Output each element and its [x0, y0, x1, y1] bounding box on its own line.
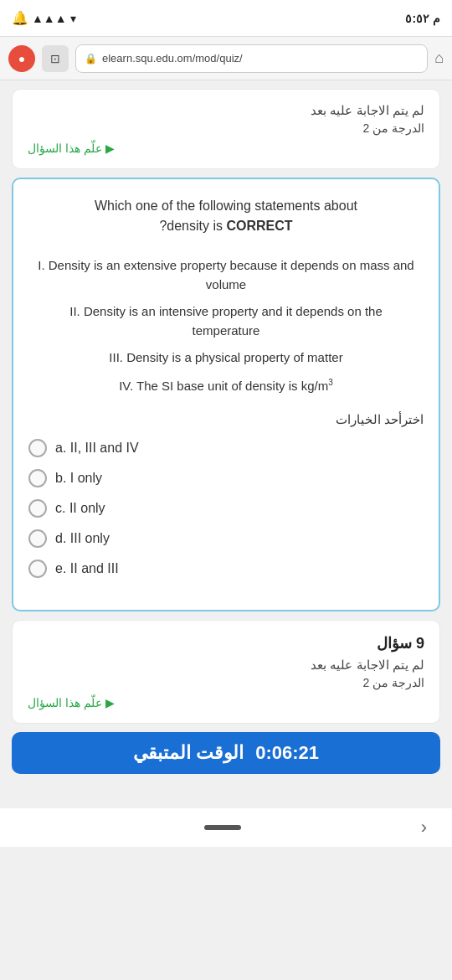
statement-3-text: III. Density is a physical property of m… [109, 350, 342, 364]
grade-text: الدرجة من 2 [28, 121, 424, 135]
option-c-row: c. II only [28, 499, 424, 518]
question-text: Which one of the following statements ab… [28, 196, 424, 236]
option-b-radio[interactable] [28, 469, 47, 487]
tab-icon: ⊡ [50, 52, 60, 65]
next-flag-link[interactable]: ▶ علّم هذا السؤال [28, 696, 424, 709]
timer-value: 0:06:21 الوقت المتبقي [133, 742, 319, 764]
statement-1-text: I. Density is an extensive property beca… [38, 258, 413, 291]
option-c-text: c. II only [55, 501, 105, 516]
options-label: اخترأحد الخيارات [28, 412, 424, 427]
status-left: 🔔 ▲▲▲ ▾ [12, 10, 76, 26]
red-button[interactable]: ● [8, 45, 35, 72]
question-card: Which one of the following statements ab… [12, 178, 440, 611]
main-content: لم يتم الاجابة عليه بعد الدرجة من 2 ▶ عل… [0, 89, 452, 799]
question-line2: ?density is CORRECT [159, 219, 292, 233]
signal-icon: ▲▲▲ [32, 12, 67, 25]
nav-pill [204, 825, 241, 830]
option-e-radio[interactable] [28, 560, 47, 578]
bottom-nav: › [0, 807, 452, 847]
option-a-row: a. II, III and IV [28, 439, 424, 457]
statement-1: I. Density is an extensive property beca… [28, 256, 424, 294]
lock-icon: 🔒 [85, 53, 97, 64]
option-b-text: b. I only [55, 471, 102, 486]
statement-3: III. Density is a physical property of m… [28, 348, 424, 368]
home-button[interactable]: ⌂ [434, 49, 444, 67]
flag-link[interactable]: ▶ علّم هذا السؤال [28, 142, 424, 155]
home-icon: ⌂ [434, 49, 444, 66]
statement-4-text: IV. The SI base unit of density is kg/m3 [119, 379, 333, 393]
top-card: لم يتم الاجابة عليه بعد الدرجة من 2 ▶ عل… [12, 89, 440, 169]
option-a-text: a. II, III and IV [55, 441, 139, 456]
next-grade: الدرجة من 2 [28, 676, 424, 689]
flag-text: ▶ علّم هذا السؤال [28, 142, 115, 155]
browser-bar: ● ⊡ 🔒 elearn.squ.edu.om/mod/quiz/ ⌂ [0, 37, 452, 80]
option-b-row: b. I only [28, 469, 424, 487]
statement-2: II. Density is an intensive property and… [28, 302, 424, 340]
red-icon: ● [18, 52, 25, 65]
url-text: elearn.squ.edu.om/mod/quiz/ [102, 52, 243, 64]
url-bar[interactable]: 🔒 elearn.squ.edu.om/mod/quiz/ [75, 44, 428, 73]
option-a-radio[interactable] [28, 439, 47, 457]
next-question-num: 9 سؤال [28, 634, 424, 652]
option-e-text: e. II and III [55, 561, 119, 576]
timer-bar: 0:06:21 الوقت المتبقي [12, 732, 440, 774]
option-e-row: e. II and III [28, 560, 424, 578]
timer-number: 0:06:21 [255, 742, 319, 763]
next-flag-text: ▶ علّم هذا السؤال [28, 696, 115, 709]
status-bar: 🔔 ▲▲▲ ▾ م ٥:٥٢ [0, 0, 452, 37]
status-time: م ٥:٥٢ [405, 12, 440, 25]
option-d-text: d. III only [55, 531, 110, 546]
notification-icon: 🔔 [12, 10, 28, 26]
option-d-radio[interactable] [28, 529, 47, 548]
tab-button[interactable]: ⊡ [42, 45, 69, 72]
next-not-answered: لم يتم الاجابة عليه بعد [28, 658, 424, 673]
option-d-row: d. III only [28, 529, 424, 548]
next-card: 9 سؤال لم يتم الاجابة عليه بعد الدرجة من… [12, 620, 440, 724]
next-chevron[interactable]: › [421, 817, 427, 838]
correct-word: CORRECT [226, 219, 292, 233]
wifi-icon: ▾ [70, 12, 76, 25]
option-c-radio[interactable] [28, 499, 47, 518]
statement-2-text: II. Density is an intensive property and… [69, 304, 383, 338]
not-answered-text: لم يتم الاجابة عليه بعد [28, 103, 424, 118]
statement-4: IV. The SI base unit of density is kg/m3 [28, 376, 424, 396]
question-line1: Which one of the following statements ab… [95, 199, 357, 213]
statements-list: I. Density is an extensive property beca… [28, 256, 424, 395]
timer-label: الوقت المتبقي [133, 742, 244, 763]
